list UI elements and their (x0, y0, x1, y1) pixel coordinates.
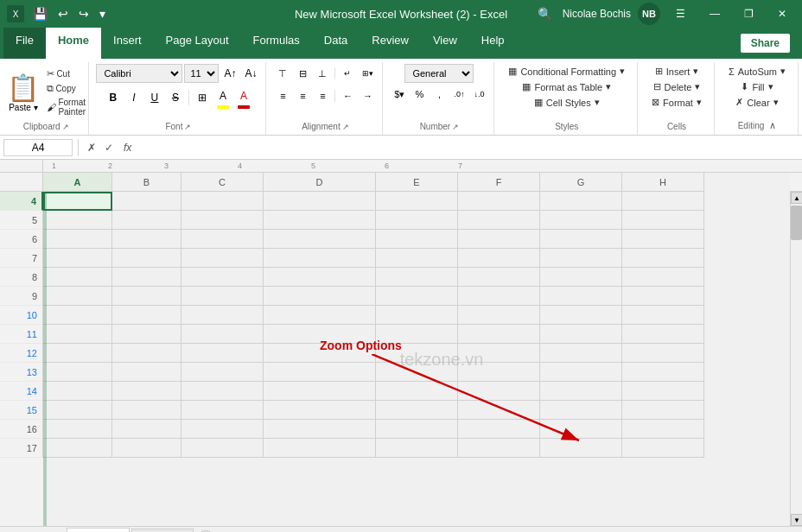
cell-d12[interactable] (264, 344, 376, 363)
cell-b6[interactable] (112, 230, 181, 249)
cell-f9[interactable] (458, 287, 540, 306)
cell-c17[interactable] (181, 439, 264, 458)
increase-font-button[interactable]: A↑ (220, 64, 239, 83)
cell-e15[interactable] (376, 401, 458, 420)
decrease-indent-button[interactable]: ← (338, 86, 357, 105)
conditional-formatting-dropdown[interactable]: ▾ (620, 66, 625, 77)
format-painter-button[interactable]: 🖌 Format Painter (44, 97, 88, 117)
cell-g6[interactable] (540, 230, 622, 249)
fill-dropdown[interactable]: ▾ (768, 81, 773, 92)
cell-e9[interactable] (376, 287, 458, 306)
cell-e5[interactable] (376, 211, 458, 230)
cell-h13[interactable] (622, 363, 704, 382)
cell-f7[interactable] (458, 249, 540, 268)
cell-g5[interactable] (540, 211, 622, 230)
align-left-button[interactable]: ≡ (273, 86, 292, 105)
cell-c5[interactable] (181, 211, 264, 230)
clear-dropdown[interactable]: ▾ (773, 97, 779, 108)
number-format-select[interactable]: General (404, 64, 474, 83)
align-top-button[interactable]: ⊤ (273, 64, 292, 83)
cell-b7[interactable] (112, 249, 181, 268)
cell-d16[interactable] (264, 420, 376, 439)
formula-input[interactable] (138, 142, 799, 154)
cell-a11[interactable] (43, 325, 112, 344)
insert-cells-button[interactable]: ⊞ Insert ▾ (648, 64, 706, 79)
cell-h16[interactable] (622, 420, 704, 439)
minimize-button[interactable]: — (701, 4, 729, 23)
col-header-g[interactable]: G (540, 173, 622, 192)
font-color-button[interactable]: A (234, 86, 253, 105)
cell-f10[interactable] (458, 306, 540, 325)
cell-f12[interactable] (458, 344, 540, 363)
cell-g4[interactable] (540, 192, 622, 211)
scroll-up-button[interactable]: ▲ (791, 192, 802, 204)
cell-a12[interactable] (43, 344, 112, 363)
close-button[interactable]: ✕ (769, 4, 795, 23)
font-dialog-launcher[interactable]: ↗ (184, 123, 191, 131)
fill-button[interactable]: ⬇ Fill ▾ (734, 79, 780, 94)
copy-button[interactable]: ⧉ Copy (44, 82, 88, 95)
row-number-11[interactable]: 11 (0, 325, 43, 344)
cell-a4[interactable] (43, 192, 112, 211)
number-dialog-launcher[interactable]: ↗ (452, 123, 459, 131)
cell-h9[interactable] (622, 287, 704, 306)
strikethrough-button[interactable]: S (166, 88, 185, 107)
vertical-scrollbar[interactable]: ▲ ▼ (790, 192, 802, 526)
cell-h14[interactable] (622, 382, 704, 401)
italic-button[interactable]: I (124, 88, 143, 107)
row-number-16[interactable]: 16 (0, 420, 43, 439)
cell-e10[interactable] (376, 306, 458, 325)
cell-b11[interactable] (112, 325, 181, 344)
cell-e7[interactable] (376, 249, 458, 268)
row-number-12[interactable]: 12 (0, 344, 43, 363)
comma-button[interactable]: , (430, 85, 449, 104)
cell-a6[interactable] (43, 230, 112, 249)
row-number-6[interactable]: 6 (0, 230, 43, 249)
save-button[interactable]: 💾 (29, 5, 51, 22)
bold-button[interactable]: B (104, 88, 123, 107)
fill-color-button[interactable]: A (213, 86, 232, 105)
cell-c8[interactable] (181, 268, 264, 287)
delete-cells-button[interactable]: ⊟ Delete ▾ (646, 79, 708, 94)
cell-e12[interactable] (376, 344, 458, 363)
cell-h15[interactable] (622, 401, 704, 420)
row-number-4[interactable]: 4 (0, 192, 43, 211)
align-right-button[interactable]: ≡ (313, 86, 332, 105)
underline-button[interactable]: U (145, 88, 164, 107)
tab-home[interactable]: Home (46, 28, 101, 59)
tab-formulas[interactable]: Formulas (241, 28, 312, 59)
cell-e4[interactable] (376, 192, 458, 211)
cell-c7[interactable] (181, 249, 264, 268)
borders-button[interactable]: ⊞ (193, 88, 212, 107)
cell-f8[interactable] (458, 268, 540, 287)
formula-cancel-button[interactable]: ✗ (84, 140, 99, 155)
cell-d13[interactable] (264, 363, 376, 382)
cut-button[interactable]: ✂ Cut (44, 67, 88, 80)
cell-c13[interactable] (181, 363, 264, 382)
cell-h6[interactable] (622, 230, 704, 249)
cell-f16[interactable] (458, 420, 540, 439)
cell-g14[interactable] (540, 382, 622, 401)
insert-dropdown[interactable]: ▾ (693, 66, 698, 77)
col-header-f[interactable]: F (458, 173, 540, 192)
cell-d11[interactable] (264, 325, 376, 344)
cell-d5[interactable] (264, 211, 376, 230)
cell-a15[interactable] (43, 401, 112, 420)
cell-a9[interactable] (43, 287, 112, 306)
cell-f4[interactable] (458, 192, 540, 211)
row-number-17[interactable]: 17 (0, 439, 43, 458)
tab-file[interactable]: File (3, 28, 46, 59)
currency-button[interactable]: $▾ (390, 85, 409, 104)
cell-a7[interactable] (43, 249, 112, 268)
scroll-thumb[interactable] (791, 206, 802, 240)
clipboard-dialog-launcher[interactable]: ↗ (62, 123, 69, 131)
cell-styles-dropdown[interactable]: ▾ (595, 97, 600, 108)
cell-f17[interactable] (458, 439, 540, 458)
col-header-c[interactable]: C (181, 173, 264, 192)
decrease-font-button[interactable]: A↓ (241, 64, 260, 83)
tab-help[interactable]: Help (469, 28, 517, 59)
conditional-formatting-button[interactable]: ▦ Conditional Formatting ▾ (501, 64, 632, 79)
cell-d7[interactable] (264, 249, 376, 268)
cell-d15[interactable] (264, 401, 376, 420)
cell-reference-input[interactable] (3, 139, 73, 156)
